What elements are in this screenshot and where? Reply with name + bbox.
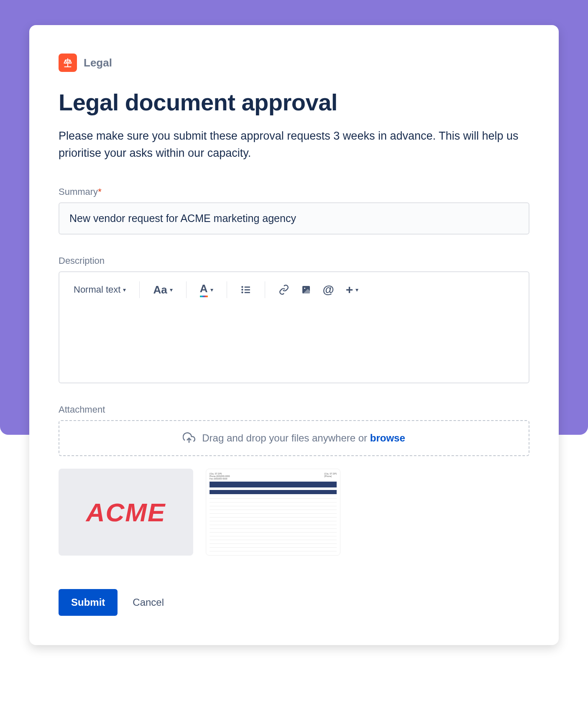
scales-icon [62,57,73,68]
description-editor: Normal text ▾ Aa ▾ A ▾ [59,271,529,383]
at-icon: @ [323,283,334,296]
browse-link[interactable]: browse [370,432,405,444]
color-label: A [200,282,208,297]
image-button[interactable] [297,282,315,297]
summary-input[interactable] [59,202,529,235]
svg-point-4 [241,291,243,293]
acme-logo-text: ACME [86,497,166,527]
svg-rect-5 [244,292,250,293]
toolbar-separator [265,281,265,298]
text-style-label: Normal text [74,284,120,295]
text-format-dropdown[interactable]: Aa ▾ [149,281,176,299]
upload-cloud-icon [183,432,195,444]
chevron-down-icon: ▾ [170,286,173,293]
image-icon [301,285,311,295]
more-insert-dropdown[interactable]: + ▾ [342,280,363,299]
plus-icon: + [346,283,353,297]
app-header: Legal [59,54,529,72]
mention-button[interactable]: @ [319,281,338,299]
legal-app-icon [59,54,77,72]
chevron-down-icon: ▾ [210,286,213,293]
svg-point-7 [304,288,305,289]
chevron-down-icon: ▾ [355,286,358,293]
text-style-dropdown[interactable]: Normal text ▾ [69,282,130,298]
bullet-list-icon [240,284,251,295]
cancel-button[interactable]: Cancel [133,597,164,608]
page-description: Please make sure you submit these approv… [59,128,529,161]
format-label: Aa [153,283,167,296]
form-card: Legal Legal document approval Please mak… [29,25,559,645]
attachment-label: Attachment [59,404,529,415]
toolbar-separator [227,281,227,298]
toolbar-separator [139,281,140,298]
link-button[interactable] [274,282,294,298]
attachment-dropzone[interactable]: Drag and drop your files anywhere or bro… [59,420,529,456]
svg-point-0 [241,286,243,288]
svg-rect-1 [244,286,250,288]
description-textarea[interactable] [59,307,529,383]
form-actions: Submit Cancel [59,589,529,616]
attachment-thumb-invoice[interactable]: [City, ST ZIP]Phone (000)000-0000Fax (00… [206,469,340,556]
svg-point-2 [241,289,243,291]
app-name: Legal [84,56,112,69]
dropzone-text: Drag and drop your files anywhere or bro… [202,432,405,444]
summary-label: Summary* [59,186,529,197]
list-button[interactable] [236,282,256,298]
description-label: Description [59,255,529,266]
summary-label-text: Summary [59,186,98,197]
toolbar-separator [186,281,187,298]
text-color-dropdown[interactable]: A ▾ [196,280,217,300]
required-marker: * [98,186,102,197]
chevron-down-icon: ▾ [123,286,126,293]
attachment-thumb-acme[interactable]: ACME [59,469,193,556]
page-title: Legal document approval [59,89,529,116]
dropzone-prefix: Drag and drop your files anywhere or [202,432,370,444]
link-icon [279,284,289,295]
submit-button[interactable]: Submit [59,589,118,616]
svg-rect-3 [244,289,250,291]
editor-toolbar: Normal text ▾ Aa ▾ A ▾ [59,272,529,307]
attachments-list: ACME [City, ST ZIP]Phone (000)000-0000Fa… [59,469,529,556]
